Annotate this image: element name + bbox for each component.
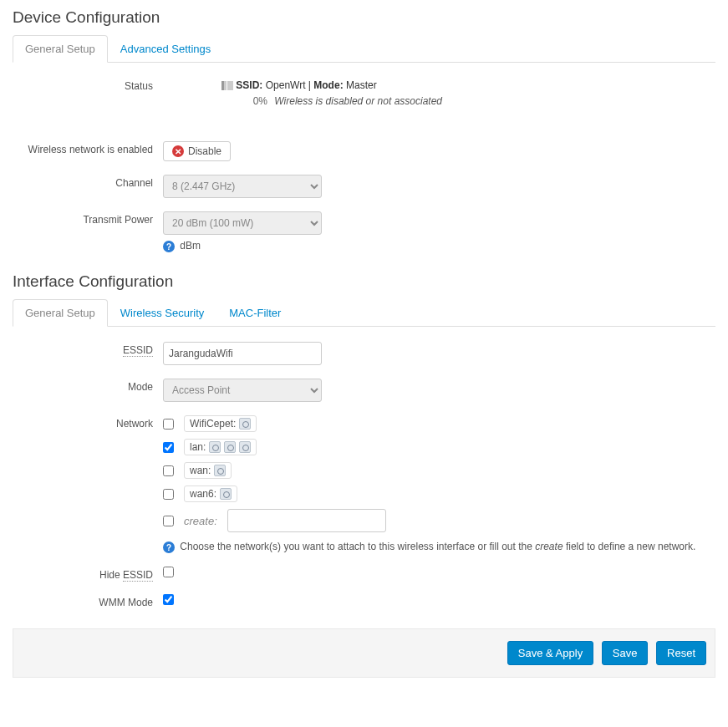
disable-button-label: Disable	[188, 145, 221, 157]
label-essid: ESSID	[13, 340, 163, 356]
network-list: WifiCepet:lan:wan:wan6:create:? Choose t…	[163, 414, 715, 553]
tab-advanced-settings[interactable]: Advanced Settings	[108, 35, 223, 63]
network-name: WifiCepet:	[190, 418, 236, 430]
save-apply-button[interactable]: Save & Apply	[507, 641, 593, 665]
iface-tabs: General Setup Wireless Security MAC-Filt…	[13, 299, 715, 327]
device-configuration: Device Configuration General Setup Advan…	[13, 8, 715, 252]
label-txpower: Transmit Power	[13, 210, 163, 226]
label-wireless-enabled: Wireless network is enabled	[13, 140, 163, 155]
channel-select[interactable]: 8 (2.447 GHz)	[163, 175, 322, 198]
network-item: wan6:	[163, 486, 715, 502]
tab-mac-filter[interactable]: MAC-Filter	[216, 299, 293, 327]
essid-input[interactable]	[163, 342, 322, 365]
label-network: Network	[13, 414, 163, 430]
network-checkbox[interactable]	[163, 419, 174, 430]
create-network-input[interactable]	[227, 509, 386, 532]
interface-icon	[239, 441, 251, 453]
network-create-row: create:	[163, 509, 715, 532]
network-create-checkbox[interactable]	[163, 516, 174, 526]
status-percent: 0%	[221, 94, 272, 109]
network-checkbox[interactable]	[163, 442, 174, 453]
interface-icon	[224, 441, 236, 453]
tab-general-setup[interactable]: General Setup	[13, 35, 108, 63]
network-name: lan:	[190, 441, 206, 453]
status-ssid-value: OpenWrt	[266, 79, 306, 91]
device-title: Device Configuration	[13, 8, 715, 27]
footer-actions: Save & Apply Save Reset	[13, 628, 715, 678]
status-value: SSID: OpenWrt | Mode: Master 0% Wireless…	[221, 76, 715, 109]
disable-button[interactable]: ✕ Disable	[163, 141, 231, 161]
network-label: lan:	[184, 439, 257, 455]
status-mode-value: Master	[346, 79, 377, 91]
interface-configuration: Interface Configuration General Setup Wi…	[13, 272, 715, 608]
network-item: wan:	[163, 462, 715, 479]
txpower-hint: dBm	[180, 240, 201, 252]
wmm-checkbox[interactable]	[163, 594, 174, 605]
tab-iface-general[interactable]: General Setup	[13, 299, 108, 327]
network-label: wan:	[184, 462, 232, 479]
label-hide-essid: Hide ESSID	[13, 565, 163, 581]
interface-title: Interface Configuration	[13, 272, 715, 291]
network-help: ? Choose the network(s) you want to atta…	[163, 541, 715, 553]
interface-icon	[239, 418, 251, 430]
reset-button[interactable]: Reset	[656, 641, 706, 665]
network-name: wan:	[190, 465, 211, 476]
create-label: create:	[184, 515, 217, 527]
help-icon: ?	[163, 541, 175, 553]
network-checkbox[interactable]	[163, 465, 174, 476]
remove-icon: ✕	[172, 145, 184, 157]
status-disabled-text: Wireless is disabled or not associated	[274, 95, 442, 107]
network-item: lan:	[163, 439, 715, 455]
interface-icon	[209, 441, 221, 453]
device-tabs: General Setup Advanced Settings	[13, 35, 715, 63]
status-ssid-label: SSID:	[236, 79, 262, 91]
network-item: WifiCepet:	[163, 415, 715, 432]
status-mode-label: Mode:	[313, 79, 343, 91]
network-name: wan6:	[190, 488, 216, 500]
signal-icon	[221, 81, 233, 90]
network-checkbox[interactable]	[163, 489, 174, 500]
label-channel: Channel	[13, 173, 163, 189]
network-label: wan6:	[184, 486, 237, 502]
interface-icon	[214, 465, 226, 476]
label-mode: Mode	[13, 377, 163, 393]
interface-icon	[220, 488, 232, 500]
save-button[interactable]: Save	[602, 641, 649, 665]
mode-select[interactable]: Access Point	[163, 379, 322, 402]
label-wmm: WMM Mode	[13, 592, 163, 608]
hide-essid-checkbox[interactable]	[163, 567, 174, 577]
network-label: WifiCepet:	[184, 415, 257, 432]
help-icon: ?	[163, 241, 175, 252]
label-status: Status	[13, 76, 163, 92]
txpower-select[interactable]: 20 dBm (100 mW)	[163, 211, 322, 235]
tab-wireless-security[interactable]: Wireless Security	[108, 299, 216, 327]
